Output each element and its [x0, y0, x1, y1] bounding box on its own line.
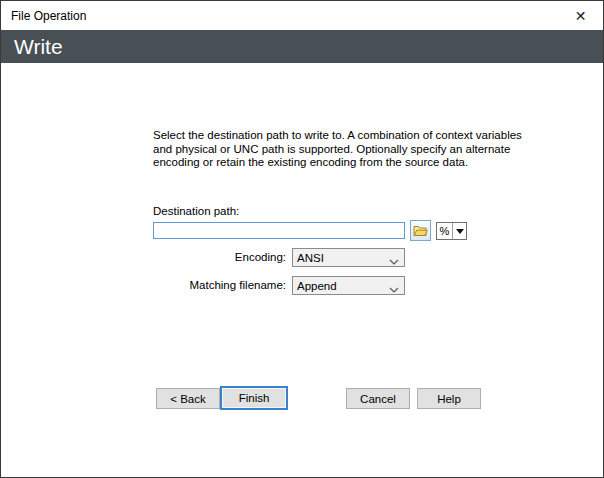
encoding-value: ANSI — [297, 252, 324, 264]
chevron-down-icon — [389, 255, 399, 267]
encoding-select[interactable]: ANSI — [292, 248, 405, 267]
folder-open-icon — [413, 225, 428, 237]
titlebar: File Operation ✕ — [1, 1, 603, 30]
finish-button[interactable]: Finish — [220, 386, 288, 410]
description-line: and physical or UNC path is supported. O… — [153, 143, 522, 157]
matching-filename-value: Append — [297, 280, 337, 292]
description-line: encoding or retain the existing encoding… — [153, 156, 522, 170]
back-button[interactable]: < Back — [156, 388, 220, 409]
browse-folder-button[interactable] — [410, 220, 431, 241]
matching-filename-select[interactable]: Append — [292, 276, 405, 295]
description: Select the destination path to write to.… — [153, 129, 522, 170]
help-button[interactable]: Help — [417, 388, 481, 409]
matching-filename-label: Matching filename: — [61, 279, 286, 291]
percent-label: % — [437, 223, 452, 239]
wizard-step-title: Write — [14, 35, 63, 59]
cancel-button[interactable]: Cancel — [346, 388, 410, 409]
wizard-header: Write — [1, 30, 603, 63]
chevron-down-icon — [389, 283, 399, 295]
variable-insert-button[interactable]: % — [436, 222, 467, 240]
window-title: File Operation — [11, 9, 86, 23]
close-button[interactable]: ✕ — [558, 1, 603, 30]
file-operation-dialog: File Operation ✕ Write Select the destin… — [0, 0, 604, 478]
close-icon: ✕ — [575, 8, 587, 24]
destination-path-label: Destination path: — [153, 205, 239, 217]
description-line: Select the destination path to write to.… — [153, 129, 522, 143]
dropdown-arrow-icon — [453, 223, 466, 239]
destination-path-input[interactable] — [153, 222, 405, 239]
encoding-label: Encoding: — [61, 251, 286, 263]
